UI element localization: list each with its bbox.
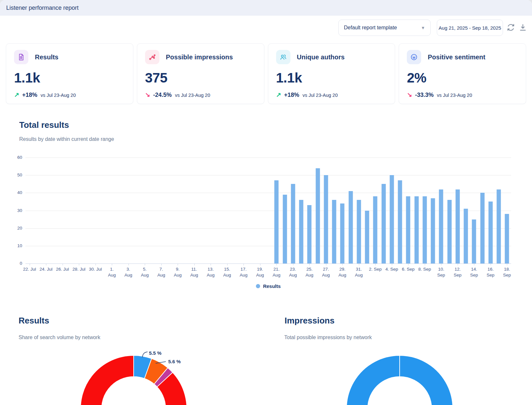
y-axis-tick-label: 30 bbox=[7, 208, 22, 213]
result-bar[interactable] bbox=[283, 195, 287, 263]
result-bar[interactable] bbox=[332, 200, 336, 263]
people-icon bbox=[276, 50, 290, 64]
trend-up-arrow-icon: ↗ bbox=[276, 92, 281, 98]
x-axis-tick-label: 9. Aug bbox=[174, 266, 182, 278]
x-axis-tick-label: 30. Jul bbox=[89, 266, 102, 272]
result-bar[interactable] bbox=[357, 200, 361, 263]
x-axis-tick-label: 8. Sep bbox=[418, 266, 431, 272]
result-bar[interactable] bbox=[414, 196, 419, 263]
kpi-card-possible-impressions: Possible impressions 375 ↘ -24.5% vs Jul… bbox=[137, 43, 264, 104]
legend-marker-icon bbox=[256, 284, 260, 288]
kpi-title: Results bbox=[35, 53, 58, 61]
result-bar[interactable] bbox=[480, 193, 484, 263]
chevron-down-icon: ▼ bbox=[421, 25, 425, 30]
x-axis-tick bbox=[161, 263, 162, 265]
result-bar[interactable] bbox=[505, 214, 509, 263]
kpi-compare-label: vs Jul 23-Aug 20 bbox=[40, 93, 76, 98]
x-axis-tick-label: 27. Aug bbox=[322, 266, 330, 278]
result-bar[interactable] bbox=[431, 198, 435, 263]
result-bar[interactable] bbox=[340, 203, 345, 263]
x-axis-tick bbox=[392, 263, 392, 265]
x-axis-tick bbox=[326, 263, 326, 265]
x-axis-tick bbox=[227, 263, 228, 265]
result-bar[interactable] bbox=[381, 184, 386, 263]
result-bar[interactable] bbox=[439, 189, 443, 264]
gridline bbox=[25, 246, 511, 246]
result-bar[interactable] bbox=[455, 189, 460, 264]
result-bar[interactable] bbox=[464, 209, 468, 263]
x-axis-tick bbox=[425, 263, 425, 265]
result-bar[interactable] bbox=[373, 196, 377, 263]
y-axis-tick-label: 0 bbox=[7, 261, 22, 266]
y-axis-tick-label: 40 bbox=[7, 190, 22, 195]
result-bar[interactable] bbox=[307, 205, 312, 263]
kpi-title: Unique authors bbox=[297, 53, 345, 61]
x-axis-tick-label: 21. Aug bbox=[273, 266, 280, 278]
gridline bbox=[25, 193, 511, 193]
total-results-title: Total results bbox=[19, 120, 69, 130]
download-icon[interactable] bbox=[519, 23, 527, 32]
x-axis-tick-label: 16. Sep bbox=[487, 266, 495, 278]
trend-down-arrow-icon: ↘ bbox=[145, 92, 150, 98]
kpi-compare-label: vs Jul 23-Aug 20 bbox=[303, 93, 338, 98]
result-bar[interactable] bbox=[472, 219, 476, 263]
result-bar[interactable] bbox=[348, 191, 353, 263]
x-axis-tick-label: 23. Aug bbox=[289, 266, 297, 278]
result-bar[interactable] bbox=[365, 211, 369, 264]
y-axis-tick-label: 50 bbox=[7, 172, 22, 177]
x-axis-tick bbox=[46, 263, 46, 265]
x-axis-tick bbox=[507, 263, 507, 265]
x-axis-tick bbox=[211, 263, 211, 265]
refresh-icon[interactable] bbox=[507, 23, 515, 32]
chart-legend[interactable]: Results bbox=[25, 283, 511, 289]
x-axis-tick bbox=[458, 263, 458, 265]
result-bar[interactable] bbox=[398, 180, 402, 263]
result-bar[interactable] bbox=[324, 175, 328, 263]
result-bar[interactable] bbox=[299, 200, 303, 263]
x-axis-tick-label: 7. Aug bbox=[157, 266, 165, 278]
x-axis-tick bbox=[96, 263, 96, 265]
gridline bbox=[25, 263, 511, 264]
kpi-card-results: Results 1.1k ↗ +18% vs Jul 23-Aug 20 bbox=[6, 43, 133, 104]
result-bar[interactable] bbox=[291, 184, 295, 263]
donut-slice-label: 5.6 % bbox=[168, 359, 181, 364]
x-axis-tick-label: 24. Jul bbox=[39, 266, 52, 272]
gridline bbox=[25, 211, 511, 211]
x-axis-tick bbox=[309, 263, 310, 265]
smiley-icon bbox=[407, 50, 421, 64]
x-axis-tick bbox=[342, 263, 343, 265]
x-axis-tick-label: 18. Sep bbox=[503, 266, 511, 278]
result-bar[interactable] bbox=[422, 196, 427, 263]
x-axis-tick-label: 17. Aug bbox=[240, 266, 247, 278]
kpi-value: 1.1k bbox=[276, 70, 387, 86]
result-bar[interactable] bbox=[497, 189, 501, 264]
document-icon bbox=[14, 50, 28, 64]
x-axis-tick-label: 1. Aug bbox=[108, 266, 116, 278]
results-breakdown-subtitle: Share of search volume by network bbox=[19, 335, 100, 340]
result-bar[interactable] bbox=[406, 196, 410, 263]
total-results-subtitle: Results by date within current date rang… bbox=[19, 136, 114, 142]
x-axis-tick bbox=[194, 263, 195, 265]
report-template-dropdown[interactable]: Default report template ▼ bbox=[338, 20, 431, 36]
result-bar[interactable] bbox=[274, 180, 279, 263]
kpi-compare-label: vs Jul 23-Aug 20 bbox=[175, 93, 210, 98]
x-axis-tick-label: 25. Aug bbox=[305, 266, 313, 278]
x-axis-tick-label: 4. Sep bbox=[385, 266, 398, 272]
result-bar[interactable] bbox=[316, 168, 320, 264]
x-axis-tick bbox=[145, 263, 145, 265]
donut-slice[interactable] bbox=[347, 355, 453, 405]
x-axis-tick-label: 2. Sep bbox=[369, 266, 382, 272]
x-axis-tick-label: 13. Aug bbox=[207, 266, 214, 278]
result-bar[interactable] bbox=[447, 200, 451, 263]
gridline bbox=[25, 175, 511, 175]
x-axis-tick-label: 3. Aug bbox=[125, 266, 132, 278]
x-axis-tick bbox=[491, 263, 491, 265]
impressions-breakdown-title: Impressions bbox=[285, 316, 334, 326]
date-range-picker[interactable]: Aug 21, 2025 - Sep 18, 2025 bbox=[437, 20, 503, 36]
x-axis-tick-label: 12. Sep bbox=[454, 266, 462, 278]
date-range-value: Aug 21, 2025 - Sep 18, 2025 bbox=[439, 25, 501, 31]
kpi-value: 2% bbox=[407, 70, 518, 86]
result-bar[interactable] bbox=[390, 175, 394, 263]
x-axis-tick bbox=[244, 263, 244, 265]
result-bar[interactable] bbox=[488, 202, 493, 263]
